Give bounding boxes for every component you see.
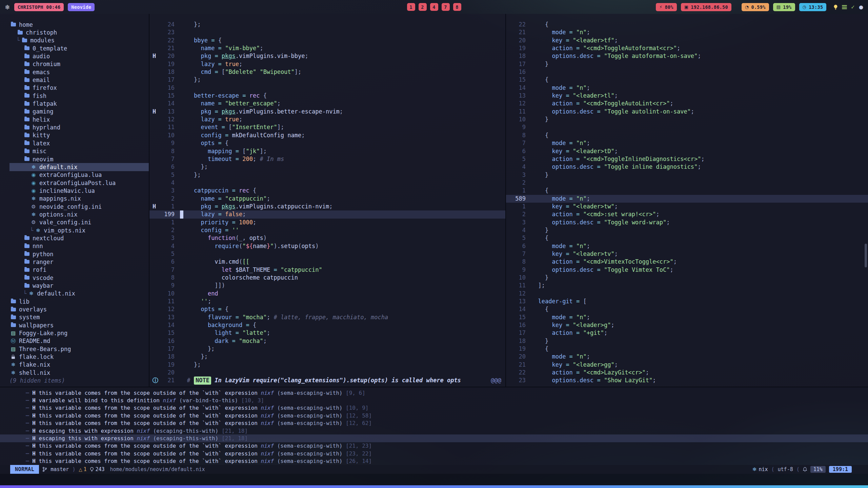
code-line[interactable]: 4 require("${name}").setup(opts) bbox=[149, 242, 505, 250]
code-line[interactable]: 14 mode = "n"; bbox=[506, 84, 868, 92]
tree-item-vscode[interactable]: vscode bbox=[9, 274, 149, 282]
diagnostic-row[interactable]: ─ H escaping this with expression nixf (… bbox=[0, 434, 868, 442]
code-line[interactable]: H1 pkg = pkgs.vimPlugins.catppuccin-nvim… bbox=[149, 203, 505, 210]
command-line[interactable] bbox=[0, 474, 868, 485]
code-line[interactable]: 4 options.desc = "Toggle inline diagnost… bbox=[506, 163, 868, 171]
code-line[interactable]: 3 } bbox=[506, 171, 868, 179]
code-line[interactable]: 15 better-escape = rec { bbox=[149, 92, 505, 100]
diagnostic-row[interactable]: ─ H this variable comes from the scope o… bbox=[0, 389, 868, 396]
code-line[interactable]: 5 action = "<cmd>ToggleInlineDiagnostics… bbox=[506, 155, 868, 163]
check-tray-icon[interactable]: ✓ bbox=[851, 4, 855, 10]
code-line[interactable]: 4 bbox=[149, 179, 505, 187]
code-line[interactable]: 10 end bbox=[149, 290, 505, 298]
tree-item-default.nix[interactable]: └❄default.nix bbox=[9, 290, 149, 298]
code-line[interactable]: 2 action = "<cmd>:set wrap!<cr>"; bbox=[506, 210, 868, 218]
diagnostic-row[interactable]: ─ H variable will bind to this definitio… bbox=[0, 396, 868, 404]
tree-item-shell.nix[interactable]: ❄shell.nix bbox=[9, 369, 149, 377]
code-line[interactable]: 18 } bbox=[506, 337, 868, 345]
code-line[interactable]: 5 bbox=[149, 250, 505, 258]
tree-item-vim_opts.nix[interactable]: └❄vim_opts.nix bbox=[9, 226, 149, 234]
code-line[interactable]: 11 ]; bbox=[506, 282, 868, 289]
tree-item-nnn[interactable]: nnn bbox=[9, 242, 149, 250]
app-badge[interactable]: Neovide bbox=[68, 3, 95, 11]
tree-item-flake.nix[interactable]: ❄flake.nix bbox=[9, 361, 149, 369]
tree-item-waybar[interactable]: waybar bbox=[9, 282, 149, 289]
code-line[interactable]: 1 priority = 1000; bbox=[149, 219, 505, 226]
tree-item-kitty[interactable]: kitty bbox=[9, 131, 149, 139]
code-line[interactable]: 8 action = "<cmd>VimtexTocToggle<cr>"; bbox=[506, 258, 868, 266]
code-line[interactable]: 9 ]]) bbox=[149, 282, 505, 289]
diagnostic-row[interactable]: ─ H this variable comes from the scope o… bbox=[0, 458, 868, 465]
dot-tray-icon[interactable]: ● bbox=[859, 4, 863, 10]
code-line[interactable]: 14 name = "better_escape"; bbox=[149, 100, 505, 107]
code-line[interactable]: H13 pkg = pkgs.vimPlugins.better-escape-… bbox=[149, 108, 505, 116]
code-line[interactable]: 15 light = "latte"; bbox=[149, 329, 505, 337]
workspace-badge-4[interactable]: 4 bbox=[430, 3, 438, 11]
file-path[interactable]: home/modules/neovim/default.nix bbox=[110, 466, 205, 472]
scrollbar-thumb[interactable] bbox=[865, 244, 867, 267]
code-line[interactable]: 7 timeout = 200; # In ms bbox=[149, 155, 505, 163]
code-line[interactable]: 19 action = "<cmd>ToggleAutoformat<cr>"; bbox=[506, 44, 868, 52]
code-line[interactable]: 8 mapping = ["jk"]; bbox=[149, 147, 505, 155]
tree-item-options.nix[interactable]: ❄options.nix bbox=[9, 210, 149, 218]
tree-item-chromium[interactable]: chromium bbox=[9, 60, 149, 68]
code-line[interactable]: 7 key = "<leader>tv"; bbox=[506, 250, 868, 258]
code-line[interactable]: 24 }; bbox=[149, 21, 505, 28]
code-line[interactable]: 22 { bbox=[506, 21, 868, 28]
warning-count[interactable]: △1 bbox=[79, 466, 86, 472]
tree-item-firefox[interactable]: firefox bbox=[9, 84, 149, 92]
code-line[interactable]: 17 }; bbox=[149, 76, 505, 84]
code-line[interactable]: 16 bbox=[506, 68, 868, 76]
tree-item-modules[interactable]: └modules bbox=[9, 37, 149, 44]
code-line[interactable]: 15 mode = "n"; bbox=[506, 313, 868, 321]
code-line[interactable]: 7 mode = "n"; bbox=[506, 139, 868, 147]
hint-count[interactable]: 243 bbox=[90, 466, 104, 472]
code-line[interactable]: 23 bbox=[149, 28, 505, 36]
diagnostic-row[interactable]: ─ H this variable comes from the scope o… bbox=[0, 450, 868, 457]
tree-item-mappings.nix[interactable]: ❄mappings.nix bbox=[9, 195, 149, 203]
code-line[interactable]: 17 action = "+git"; bbox=[506, 329, 868, 337]
code-line[interactable]: 589 mode = "n"; bbox=[506, 195, 868, 203]
memory-widget[interactable]: ▤19% bbox=[773, 3, 795, 11]
tree-item-hyprland[interactable]: hyprland bbox=[9, 123, 149, 131]
code-line[interactable]: 16 dark = "mocha"; bbox=[149, 337, 505, 345]
code-line[interactable]: 16 bbox=[149, 84, 505, 92]
code-line[interactable]: 12 bbox=[506, 290, 868, 298]
code-line[interactable]: 18 cmd = ["Bdelete" "Bwipeout"]; bbox=[149, 68, 505, 76]
diagnostic-row[interactable]: ─ H this variable comes from the scope o… bbox=[0, 442, 868, 450]
code-line[interactable]: 9 opts = { bbox=[149, 139, 505, 147]
code-line[interactable]: 20 mode = "n"; bbox=[506, 353, 868, 361]
clock-widget[interactable]: ◷13:35 bbox=[799, 3, 827, 11]
tree-item-rofi[interactable]: rofi bbox=[9, 266, 149, 274]
diagnostic-row[interactable]: ─ H this variable comes from the scope o… bbox=[0, 420, 868, 427]
workspace-badge-8[interactable]: 8 bbox=[453, 3, 461, 11]
code-line[interactable]: 3 catppuccin = rec { bbox=[149, 187, 505, 195]
code-line[interactable]: 15 { bbox=[506, 76, 868, 84]
tree-item-ranger[interactable]: ranger bbox=[9, 258, 149, 266]
code-line[interactable]: 9 bbox=[506, 123, 868, 131]
diagnostic-row[interactable]: ─ H this variable comes from the scope o… bbox=[0, 404, 868, 412]
code-line[interactable]: 12 lazy = true; bbox=[149, 116, 505, 123]
code-line[interactable]: ⓘ21 # NOTE In LazyVim require("clang_ext… bbox=[149, 377, 505, 384]
git-branch-name[interactable]: master bbox=[51, 466, 69, 472]
code-line[interactable]: 6 mode = "n"; bbox=[506, 242, 868, 250]
user-session-badge[interactable]: CHRISTOPH 00:46 bbox=[14, 3, 64, 11]
tree-item-misc[interactable]: misc bbox=[9, 147, 149, 155]
code-line[interactable]: 3 function(_, opts) bbox=[149, 234, 505, 242]
code-line[interactable]: 1 key = "<leader>tw"; bbox=[506, 203, 868, 210]
code-line[interactable]: 13 key = "<leader>tl"; bbox=[506, 92, 868, 100]
code-line[interactable]: 6 }; bbox=[149, 163, 505, 171]
code-line[interactable]: 22 bbye = { bbox=[149, 37, 505, 44]
code-line[interactable]: 10 config = mkDefaultConfig name; bbox=[149, 131, 505, 139]
code-line[interactable]: 20 bbox=[149, 369, 505, 377]
code-line[interactable]: 5 }; bbox=[149, 171, 505, 179]
tree-item-emacs[interactable]: emacs bbox=[9, 68, 149, 76]
tree-item-9hiddenitems[interactable]: (9 hidden items) bbox=[9, 377, 149, 384]
tree-item-latex[interactable]: latex bbox=[9, 139, 149, 147]
tree-item-inclineNavic.lua[interactable]: ◉inclineNavic.lua bbox=[9, 187, 149, 195]
code-line[interactable]: 199 lazy = false; bbox=[149, 210, 505, 218]
diagnostic-row[interactable]: ─ H this variable comes from the scope o… bbox=[0, 412, 868, 419]
code-line[interactable]: 12 action = "<cmd>ToggleAutoLint<cr>"; bbox=[506, 100, 868, 107]
tree-item-home[interactable]: home bbox=[9, 21, 149, 28]
network-tray-icon[interactable] bbox=[842, 5, 847, 9]
